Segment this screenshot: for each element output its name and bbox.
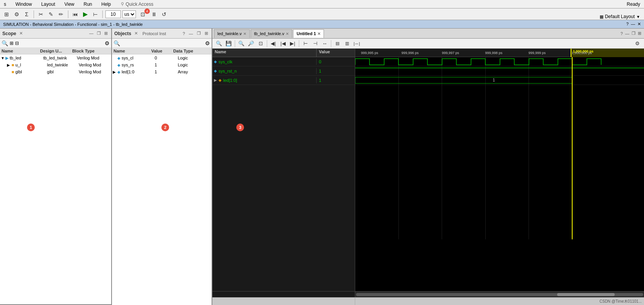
wave-restore-btn[interactable]: ❐ (630, 30, 637, 36)
objects-max-btn[interactable]: ⊞ (203, 30, 209, 36)
wave-add-marker2-btn[interactable]: ⊣ (311, 40, 319, 47)
scope-collapse-btn[interactable]: ⊟ (15, 41, 19, 46)
objects-restore-btn[interactable]: ❐ (196, 30, 202, 36)
scope-close-btn[interactable]: ✕ (19, 31, 23, 36)
sim-help-btn[interactable]: ? (626, 22, 629, 27)
grid-btn[interactable]: ⊞ (2, 10, 11, 19)
wave-nav-marker-btn[interactable]: ↔ (320, 40, 329, 47)
wave-save-btn[interactable]: 💾 (224, 40, 233, 47)
wave-prev-edge-btn[interactable]: ◀| (269, 40, 278, 47)
wave-zoom-out-btn[interactable]: 🔎 (247, 40, 255, 47)
wave-max-btn[interactable]: ⊞ (637, 30, 642, 36)
tab-tb-led-twinkle[interactable]: tb_led_twinkle.v ✕ (251, 29, 292, 38)
objects-min-btn[interactable]: — (188, 31, 194, 36)
step-btn[interactable]: ⊢ (91, 10, 100, 19)
wave-search-btn[interactable]: 🔍 (215, 40, 223, 47)
edit2-btn[interactable]: ✏ (57, 10, 65, 19)
wave-ungroup-btn[interactable]: ▥ (343, 40, 351, 47)
wave-hscrollbar[interactable] (356, 293, 643, 296)
menu-item-s[interactable]: s (2, 1, 8, 8)
scope-settings-btn[interactable]: ⚙ (105, 40, 110, 46)
scope-name-glbl: glbl (15, 69, 47, 74)
signal-list-scroll (212, 291, 355, 297)
scope-search-btn[interactable]: 🔍 (2, 40, 8, 46)
badge-3: 3 (236, 124, 244, 131)
signal-row-sys-rst-n[interactable]: ◆ sys_rst_n 1 (212, 66, 355, 76)
time-input[interactable] (105, 10, 121, 18)
menu-bar: s Window Layout View Run Help ⚲ Quick Ac… (0, 0, 644, 8)
scope-row-tb-led[interactable]: ▼ ▶ tb_led tb_led_twink Verilog Mod (0, 54, 111, 61)
edit-btn[interactable]: ✎ (47, 10, 55, 19)
sep3 (102, 10, 103, 18)
wave-settings-btn[interactable]: ⚙ (633, 40, 642, 47)
scope-toggle-u-l[interactable]: ▶ (7, 63, 12, 67)
signal-value-sys-clk: 0 (316, 59, 355, 65)
wave-sep4 (331, 40, 331, 47)
scope-restore-btn[interactable]: ❐ (96, 30, 102, 36)
sim-close-btn[interactable]: ✕ (637, 22, 641, 27)
menu-item-run[interactable]: Run (81, 1, 95, 8)
objects-settings-btn[interactable]: ⚙ (205, 40, 210, 46)
cut-btn[interactable]: ✂ (37, 10, 45, 19)
default-layout[interactable]: ▦ Default Layout ▼ (600, 14, 640, 19)
rewind-btn[interactable]: ⏮ (71, 10, 80, 19)
scope-row-glbl[interactable]: ▶ ■ glbl glbl Verilog Mod (0, 68, 111, 75)
play-btn[interactable]: ▶ (81, 10, 90, 19)
scope-min-btn[interactable]: — (88, 30, 95, 36)
wave-last-btn[interactable]: ▶| (288, 40, 297, 47)
wave-spacer-btn[interactable]: |↔| (353, 40, 361, 47)
time-unit-select[interactable]: us ns ps (122, 10, 136, 18)
settings-btn[interactable]: ⚙ (12, 10, 21, 19)
wave-help-btn[interactable]: ? (619, 31, 624, 36)
signal-row-led[interactable]: ▶ ◆ led[1:0] 1 (212, 76, 355, 85)
sim-min-btn[interactable]: — (631, 22, 635, 27)
time-label-3: 999,997 ps (442, 51, 459, 55)
waveform-display[interactable]: 1,000,000 ps 999,995 ps 999,996 ps 999,9… (355, 49, 644, 291)
wave-zoom-in-btn[interactable]: 🔍 (237, 40, 246, 47)
objects-search-btn[interactable]: 🔍 (114, 40, 120, 46)
objects-row-led[interactable]: ▶ ◆ led[1:0 1 Array (112, 68, 212, 75)
menu-item-layout[interactable]: Layout (39, 1, 58, 8)
objects-help-btn[interactable]: ? (181, 31, 186, 36)
tab-led-twinkle-close[interactable]: ✕ (243, 32, 246, 36)
objects-type-led: Array (178, 69, 211, 74)
menu-item-window[interactable]: Window (13, 1, 34, 8)
tab-untitled1[interactable]: Untitled 1 ✕ (293, 29, 324, 38)
wave-hscroll-thumb[interactable] (557, 293, 615, 296)
sigma-btn[interactable]: Σ (22, 10, 31, 19)
restart-btn[interactable]: ↺ (160, 10, 168, 19)
wave-svg-led: 1 (355, 76, 644, 85)
scope-toggle-tb-led[interactable]: ▼ (1, 56, 5, 60)
scope-row-u-l[interactable]: ▶ ■ u_l led_twinkle Verilog Mod (0, 61, 111, 68)
wave-track-sys-clk (355, 57, 644, 66)
signal-icon-led: ◆ (219, 78, 222, 82)
wave-add-marker-btn[interactable]: ⊢ (301, 40, 310, 47)
signal-name-cell-sys-clk: ◆ sys_clk (212, 59, 316, 65)
wave-first-btn[interactable]: |◀ (279, 40, 287, 47)
wave-hscroll[interactable] (355, 291, 644, 297)
scope-expand-btn[interactable]: ⊞ (10, 41, 14, 46)
wave-fit-btn[interactable]: ⊡ (256, 40, 265, 47)
sep2 (68, 10, 68, 18)
quick-access[interactable]: ⚲ Quick Access (121, 2, 153, 7)
objects-row-sys-rs[interactable]: ▶ ◆ sys_rs 1 Logic (112, 61, 212, 68)
objects-icon-sys-cl: ◆ (117, 56, 120, 60)
signal-col-name: Name (212, 49, 316, 57)
wave-group-btn[interactable]: ▤ (333, 40, 342, 47)
objects-toggle-led[interactable]: ▶ (113, 70, 117, 74)
wave-area: led_twinkle.v ✕ tb_led_twinkle.v ✕ Untit… (212, 29, 644, 305)
tab-tb-led-twinkle-close[interactable]: ✕ (286, 32, 289, 36)
objects-close-btn[interactable]: ✕ (134, 31, 138, 36)
tab-led-twinkle[interactable]: led_twinkle.v ✕ (214, 29, 250, 38)
menu-item-help[interactable]: Help (99, 1, 114, 8)
scope-max-btn[interactable]: ⊞ (103, 30, 109, 36)
signal-expand-led[interactable]: ▶ (214, 78, 217, 82)
tab-untitled1-close[interactable]: ✕ (317, 32, 320, 36)
wave-body: Name Value ◆ sys_clk 0 (212, 49, 644, 291)
objects-row-sys-cl[interactable]: ▶ ◆ sys_cl 0 Logic (112, 54, 212, 61)
wave-min-btn[interactable]: — (624, 31, 630, 36)
menu-item-view[interactable]: View (62, 1, 77, 8)
pause-btn[interactable]: ⏸ (150, 10, 158, 19)
signal-row-sys-clk[interactable]: ◆ sys_clk 0 (212, 57, 355, 66)
protocol-inst-tab[interactable]: Protocol Inst (139, 30, 169, 37)
